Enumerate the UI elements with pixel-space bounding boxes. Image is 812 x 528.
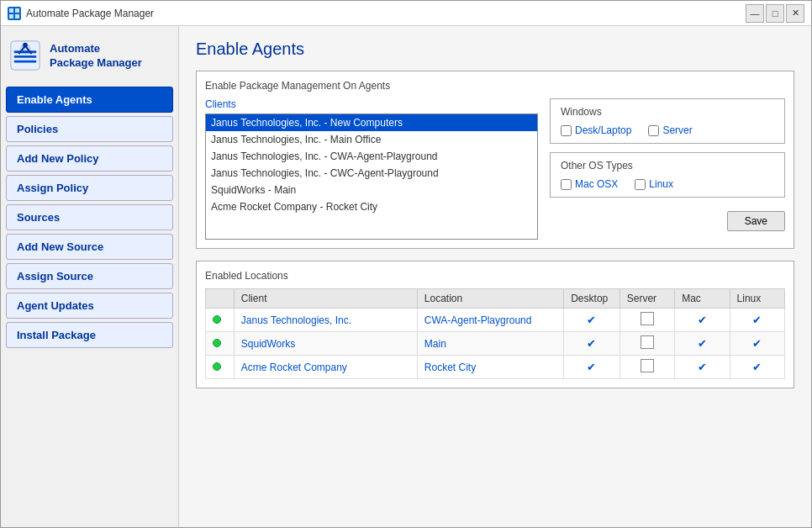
mac-osx-checkbox[interactable]	[561, 179, 572, 190]
check-cell[interactable]: ✔	[675, 309, 730, 332]
section-label: Enable Package Management On Agents	[205, 80, 785, 92]
sidebar-item-assign-source[interactable]: Assign Source	[6, 263, 173, 289]
check-cell[interactable]: ✔	[730, 332, 784, 356]
content-area: Enable Agents Enable Package Management …	[179, 26, 811, 527]
check-cell[interactable]: ✔	[564, 356, 620, 379]
main-layout: Automate Package Manager Enable Agents P…	[1, 26, 811, 527]
other-os-title: Other OS Types	[561, 160, 774, 172]
check-cell[interactable]: ✔	[564, 309, 620, 332]
col-header-location: Location	[417, 289, 563, 309]
location-cell: Rocket City	[417, 356, 563, 379]
clients-list[interactable]: Janus Technologies, Inc. - New Computers…	[205, 114, 538, 240]
sidebar-header: Automate Package Manager	[6, 33, 173, 83]
status-dot	[213, 315, 221, 324]
other-os-group: Other OS Types Mac OSX Linux	[550, 152, 785, 198]
linux-option[interactable]: Linux	[635, 178, 673, 190]
linux-label: Linux	[649, 178, 673, 190]
app-icon	[8, 7, 21, 20]
sidebar-logo	[9, 40, 43, 73]
save-button[interactable]: Save	[727, 211, 785, 231]
page-title: Enable Agents	[196, 40, 794, 59]
svg-rect-1	[15, 8, 19, 13]
svg-rect-5	[14, 55, 37, 58]
top-section-layout: Clients Janus Technologies, Inc. - New C…	[205, 98, 785, 240]
desk-laptop-checkbox[interactable]	[561, 125, 572, 136]
desk-laptop-option[interactable]: Desk/Laptop	[561, 124, 631, 136]
status-cell	[206, 356, 235, 379]
sidebar-item-add-new-source[interactable]: Add New Source	[6, 234, 173, 260]
check-icon: ✔	[752, 314, 762, 326]
sidebar-item-agent-updates[interactable]: Agent Updates	[6, 293, 173, 319]
svg-rect-3	[15, 14, 19, 18]
server-checkbox[interactable]	[648, 125, 659, 136]
os-panel: Windows Desk/Laptop Server	[550, 98, 785, 240]
clients-panel: Clients Janus Technologies, Inc. - New C…	[205, 98, 538, 240]
status-dot	[213, 339, 221, 347]
desk-laptop-label: Desk/Laptop	[575, 124, 631, 136]
enable-package-section: Enable Package Management On Agents Clie…	[196, 71, 794, 249]
col-header-mac: Mac	[675, 289, 730, 309]
table-row: Acme Rocket Company Rocket City ✔ ✔ ✔	[206, 356, 785, 379]
enabled-locations-section: Enabled Locations Client Location Deskto…	[196, 261, 794, 388]
sidebar-item-add-new-policy[interactable]: Add New Policy	[6, 145, 173, 172]
client-item[interactable]: Janus Technologies, Inc. - New Computers	[206, 114, 537, 131]
sidebar: Automate Package Manager Enable Agents P…	[1, 26, 179, 527]
col-header-linux: Linux	[730, 289, 784, 309]
other-os-options: Mac OSX Linux	[561, 178, 774, 190]
check-icon: ✔	[587, 337, 596, 350]
windows-options: Desk/Laptop Server	[561, 124, 774, 136]
col-header-desktop: Desktop	[564, 289, 620, 309]
check-cell[interactable]: ✔	[730, 309, 784, 332]
svg-rect-6	[14, 61, 37, 63]
sidebar-item-policies[interactable]: Policies	[6, 116, 173, 142]
check-cell[interactable]: ✔	[564, 332, 620, 356]
window-title: Automate Package Manager	[26, 8, 154, 19]
linux-checkbox[interactable]	[635, 179, 646, 190]
col-header-client: Client	[234, 289, 417, 309]
sidebar-item-assign-policy[interactable]: Assign Policy	[6, 175, 173, 201]
app-window: Automate Package Manager — □ ✕	[0, 0, 812, 528]
sidebar-item-install-package[interactable]: Install Package	[6, 322, 173, 348]
client-item[interactable]: Janus Technologies, Inc. - CWC-Agent-Pla…	[206, 165, 537, 182]
check-icon: ✔	[698, 314, 707, 326]
svg-rect-0	[9, 8, 13, 13]
check-cell[interactable]: ✔	[675, 332, 730, 356]
svg-point-9	[23, 43, 28, 48]
client-item[interactable]: Janus Technologies, Inc. - CWA-Agent-Pla…	[206, 148, 537, 165]
mac-osx-option[interactable]: Mac OSX	[561, 178, 618, 190]
windows-title: Windows	[561, 106, 774, 118]
save-row: Save	[550, 211, 785, 231]
maximize-button[interactable]: □	[766, 4, 784, 23]
table-header-row: Client Location Desktop Server Mac Linux	[206, 289, 785, 309]
minimize-button[interactable]: —	[746, 4, 764, 23]
col-header-server: Server	[620, 289, 674, 309]
status-cell	[206, 332, 235, 356]
title-bar: Automate Package Manager — □ ✕	[1, 1, 811, 26]
check-cell[interactable]	[620, 356, 674, 379]
checkbox-unchecked	[641, 335, 654, 349]
enabled-locations-label: Enabled Locations	[205, 270, 785, 282]
client-name-cell: Acme Rocket Company	[234, 356, 417, 379]
client-item[interactable]: Janus Technologies, Inc. - Main Office	[206, 131, 537, 148]
client-item[interactable]: SquidWorks - Main	[206, 182, 537, 198]
check-cell[interactable]	[620, 309, 674, 332]
server-option[interactable]: Server	[648, 124, 692, 136]
check-cell[interactable]	[620, 332, 674, 356]
status-dot	[213, 362, 221, 371]
check-icon: ✔	[698, 337, 707, 350]
locations-table: Client Location Desktop Server Mac Linux…	[205, 288, 785, 379]
check-icon: ✔	[587, 361, 596, 373]
close-button[interactable]: ✕	[786, 4, 804, 23]
table-row: SquidWorks Main ✔ ✔ ✔	[206, 332, 785, 356]
svg-rect-2	[9, 14, 13, 18]
sidebar-item-enable-agents[interactable]: Enable Agents	[6, 87, 173, 113]
mac-osx-label: Mac OSX	[575, 178, 618, 190]
server-label: Server	[662, 124, 692, 136]
client-item[interactable]: Acme Rocket Company - Rocket City	[206, 198, 537, 215]
check-cell[interactable]: ✔	[675, 356, 730, 379]
check-cell[interactable]: ✔	[730, 356, 784, 379]
table-row: Janus Technologies, Inc. CWA-Agent-Playg…	[206, 309, 785, 332]
windows-group: Windows Desk/Laptop Server	[550, 98, 785, 144]
clients-label: Clients	[205, 98, 538, 110]
sidebar-item-sources[interactable]: Sources	[6, 204, 173, 230]
